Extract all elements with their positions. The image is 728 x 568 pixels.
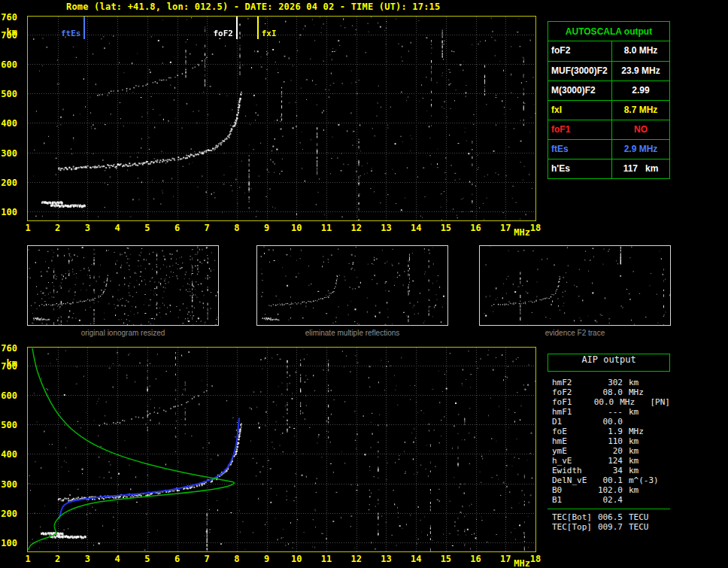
aip-row: foF208.0MHz bbox=[548, 387, 670, 397]
fxI-marker-label: fxI bbox=[262, 29, 277, 38]
y-tick-label: 760 bbox=[0, 343, 23, 354]
aip-row: B0102.0km bbox=[548, 485, 670, 495]
aip-row-unit: km bbox=[629, 466, 663, 475]
aip-separator bbox=[548, 509, 670, 509]
thumbnail-f2-caption: evidence F2 trace bbox=[479, 329, 671, 337]
x-tick-label: 6 bbox=[170, 223, 185, 233]
autoscala-row-value: 23.9 MHz bbox=[612, 62, 669, 80]
autoscala-row: foF1NO bbox=[548, 120, 669, 139]
aip-row-unit: km bbox=[629, 456, 663, 466]
aip-row-value: --- bbox=[596, 407, 623, 417]
x-tick-label: 11 bbox=[319, 554, 334, 564]
aip-row: DelN_vE00.1m^(-3) bbox=[548, 475, 670, 485]
x-tick-label: 5 bbox=[140, 223, 155, 233]
aip-row-unit: MHz bbox=[629, 427, 663, 436]
aip-row-label: DelN_vE bbox=[548, 475, 596, 485]
aip-row-label: B1 bbox=[548, 495, 596, 505]
y-tick-label: 400 bbox=[0, 449, 23, 460]
x-tick-label: 2 bbox=[50, 223, 65, 233]
autoscala-output-panel: AUTOSCALA output foF28.0 MHzMUF(3000)F22… bbox=[548, 21, 670, 179]
x-tick-label: 1 bbox=[20, 554, 35, 564]
ftEs-marker-line bbox=[83, 17, 85, 39]
aip-row-note: [PN] bbox=[651, 397, 671, 407]
x-tick-label: 14 bbox=[408, 223, 423, 233]
aip-row-value: 009.7 bbox=[596, 522, 623, 532]
autoscala-row: foF28.0 MHz bbox=[548, 41, 669, 61]
autoscala-row-label: foF1 bbox=[548, 120, 612, 139]
y-tick-label: 600 bbox=[0, 390, 23, 401]
thumbnail-filtered-canvas bbox=[257, 246, 447, 325]
x-tick-label: 14 bbox=[408, 554, 423, 564]
aip-panel-title: AIP output bbox=[548, 354, 670, 372]
aip-row-value: 00.0 bbox=[596, 417, 623, 427]
aip-row: TEC[Bot]006.5TECU bbox=[548, 512, 670, 522]
thumbnail-original-caption: original ionogram resized bbox=[27, 329, 219, 337]
y-tick-label: 200 bbox=[0, 178, 23, 188]
x-tick-label: 13 bbox=[378, 554, 393, 564]
aip-row-value: 00.1 bbox=[596, 475, 623, 485]
aip-row-label: hmF1 bbox=[548, 407, 596, 417]
thumbnail-original-canvas bbox=[28, 246, 218, 325]
x-axis-unit-label: MHz bbox=[514, 558, 530, 568]
aip-row-unit: km bbox=[629, 485, 663, 495]
aip-row-unit: km bbox=[629, 446, 663, 456]
y-tick-label: 500 bbox=[0, 89, 23, 99]
aip-row-unit: km bbox=[629, 378, 663, 387]
x-tick-label: 4 bbox=[110, 554, 125, 564]
y-tick-label: 500 bbox=[0, 420, 23, 430]
aip-row: hmF1---km bbox=[548, 407, 670, 417]
x-tick-label: 12 bbox=[349, 554, 364, 564]
y-tick-label: 100 bbox=[0, 207, 23, 217]
foF2-marker-line bbox=[236, 17, 238, 39]
y-tick-label: 600 bbox=[0, 59, 23, 70]
aip-row-label: h_vE bbox=[548, 456, 596, 466]
ionogram-bottom-canvas bbox=[28, 348, 535, 551]
autoscala-row: MUF(3000)F223.9 MHz bbox=[548, 61, 669, 80]
autoscala-panel-title: AUTOSCALA output bbox=[548, 22, 669, 41]
aip-row-label: TEC[Bot] bbox=[548, 512, 596, 522]
thumbnail-f2-trace bbox=[479, 245, 671, 326]
foF2-marker-label: foF2 bbox=[213, 29, 233, 38]
aip-row: foE1.9MHz bbox=[548, 427, 670, 436]
x-tick-label: 9 bbox=[259, 554, 275, 564]
autoscala-row: M(3000)F22.99 bbox=[548, 80, 669, 100]
x-tick-label: 1 bbox=[20, 223, 35, 233]
x-tick-label: 6 bbox=[170, 554, 185, 564]
autoscala-row-value: 8.0 MHz bbox=[612, 41, 669, 61]
thumbnail-f2-canvas bbox=[480, 246, 670, 325]
aip-row-unit: MHz bbox=[620, 397, 650, 407]
aip-rows: hmF2302kmfoF208.0MHzfoF100.0MHz[PN]hmF1-… bbox=[548, 378, 670, 532]
x-tick-label: 2 bbox=[50, 554, 65, 564]
aip-row: TEC[Top]009.7TECU bbox=[548, 522, 670, 532]
y-tick-label: 100 bbox=[0, 538, 23, 548]
ftEs-marker-label: ftEs bbox=[61, 29, 81, 38]
aip-row-label: foE bbox=[548, 427, 596, 436]
autoscala-row: h'Es117 km bbox=[548, 159, 669, 178]
aip-row-value: 02.4 bbox=[596, 495, 623, 505]
autoscala-row-label: foF2 bbox=[548, 41, 612, 61]
x-tick-label: 5 bbox=[140, 554, 155, 564]
x-tick-label: 7 bbox=[199, 554, 214, 564]
x-tick-label: 8 bbox=[229, 554, 244, 564]
aip-row: foF100.0MHz[PN] bbox=[548, 397, 670, 407]
x-tick-label: 3 bbox=[80, 554, 95, 564]
aip-row: hmF2302km bbox=[548, 378, 670, 387]
x-tick-label: 3 bbox=[80, 223, 95, 233]
thumbnail-filtered-caption: eliminate multiple reflections bbox=[256, 329, 448, 337]
aip-row-value: 102.0 bbox=[596, 485, 623, 495]
x-tick-label: 10 bbox=[289, 223, 304, 233]
aip-row-unit: m^(-3) bbox=[629, 475, 663, 485]
aip-row-label: B0 bbox=[548, 485, 596, 495]
autoscala-row-label: h'Es bbox=[548, 159, 612, 178]
aip-row: B102.4 bbox=[548, 495, 670, 505]
autoscala-row-label: MUF(3000)F2 bbox=[548, 62, 612, 80]
aip-row-unit bbox=[629, 417, 663, 427]
aip-row-value: 1.9 bbox=[596, 427, 623, 436]
x-tick-label: 15 bbox=[438, 223, 453, 233]
ionogram-top-plot bbox=[27, 16, 536, 221]
autoscala-row: ftEs2.9 MHz bbox=[548, 139, 669, 159]
aip-row-label: ymE bbox=[548, 446, 596, 456]
autoscala-window: Rome (lat: +41.8, lon: 012.5) - DATE: 20… bbox=[0, 0, 728, 568]
aip-row-unit: km bbox=[629, 436, 663, 446]
aip-row-value: 20 bbox=[596, 446, 623, 456]
